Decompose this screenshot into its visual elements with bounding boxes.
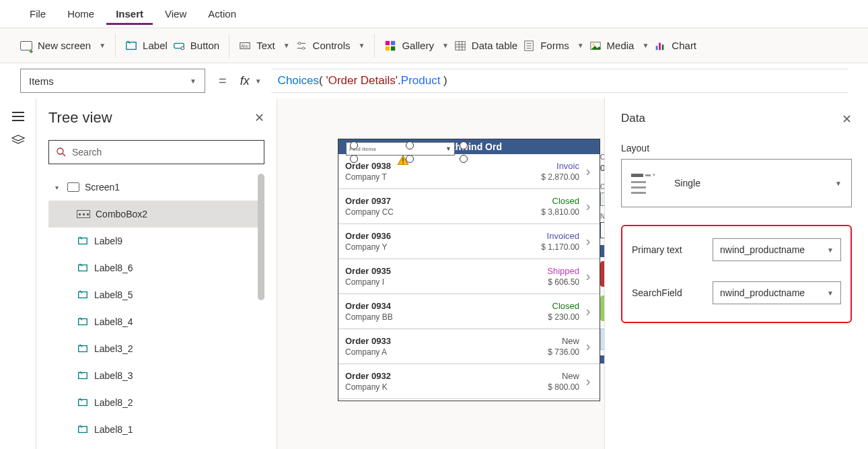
fx-button[interactable]: fx▼ xyxy=(240,74,262,88)
text-label: Text xyxy=(256,40,275,51)
svg-line-28 xyxy=(63,153,65,156)
layout-value: Single xyxy=(674,178,822,188)
close-icon[interactable]: ✕ xyxy=(842,112,852,127)
order-item[interactable]: Order 0933Company ANew$ 736.00› xyxy=(338,329,600,364)
chevron-down-icon: ▼ xyxy=(190,77,196,85)
chevron-right-icon: › xyxy=(579,374,597,389)
separator xyxy=(374,34,375,58)
order-amount: $ 606.50 xyxy=(532,277,579,287)
text-button[interactable]: Abc Text ▼ xyxy=(239,40,289,52)
order-amount: $ 3,810.00 xyxy=(532,207,579,217)
tree-item-label: Label8_4 xyxy=(94,316,133,327)
tree-view-title: Tree view xyxy=(48,109,112,127)
search-field-selector[interactable]: nwind_productname ▼ xyxy=(713,281,841,304)
forms-button[interactable]: Forms ▼ xyxy=(523,40,583,52)
order-item[interactable]: Order 0938Company TInvoic$ 2,870.00› xyxy=(338,154,600,189)
tree-label-row[interactable]: Label3_2 xyxy=(48,335,264,362)
svg-rect-9 xyxy=(386,40,390,44)
tree-label-row[interactable]: Label9 xyxy=(48,228,264,254)
order-item[interactable]: Order 0936Company YInvoiced$ 1,170.00› xyxy=(338,224,600,259)
chevron-down-icon: ▼ xyxy=(442,42,449,49)
svg-rect-30 xyxy=(79,265,87,271)
tree-item-label: Label8_1 xyxy=(94,424,133,435)
tree-label-row[interactable]: Label8_3 xyxy=(48,362,264,389)
layout-selector[interactable]: ▾ Single ▼ xyxy=(621,159,852,207)
label-icon xyxy=(77,262,89,274)
menu-insert[interactable]: Insert xyxy=(106,3,153,25)
order-item[interactable]: Order 0934Company BBClosed$ 230.00› xyxy=(338,294,600,329)
menu-view[interactable]: View xyxy=(155,3,196,25)
tree-label-row[interactable]: Label8_4 xyxy=(48,308,264,335)
order-item[interactable]: Order 0932Company KNew$ 800.00› xyxy=(338,364,600,399)
new-screen-button[interactable]: + New screen ▼ xyxy=(20,40,106,51)
selection-handle[interactable] xyxy=(350,155,358,163)
label-button[interactable]: Label xyxy=(125,40,168,52)
tree-screen-row[interactable]: ▾ Screen1 xyxy=(48,174,264,201)
svg-rect-11 xyxy=(386,46,390,50)
chevron-right-icon: › xyxy=(579,234,597,249)
controls-button[interactable]: Controls ▼ xyxy=(295,40,365,52)
order-status: New xyxy=(532,371,579,381)
selection-handle[interactable] xyxy=(406,141,414,149)
menu-action[interactable]: Action xyxy=(198,3,246,25)
chart-icon xyxy=(654,40,666,52)
label-icon xyxy=(77,235,89,247)
gallery-button[interactable]: Gallery ▼ xyxy=(384,40,448,52)
chevron-right-icon: › xyxy=(579,339,597,354)
label-text: Label xyxy=(143,40,168,51)
tree-label-row[interactable]: Label8_2 xyxy=(48,389,264,416)
order-number: Order 0936 xyxy=(345,231,532,241)
chevron-down-icon: ▼ xyxy=(445,145,451,152)
tree-label-row[interactable]: Label8_5 xyxy=(48,281,264,308)
tree-combobox-row[interactable]: ComboBox2 xyxy=(48,201,264,228)
selection-handle[interactable] xyxy=(350,141,358,149)
label-icon xyxy=(125,40,137,52)
data-table-button[interactable]: Data table xyxy=(454,40,517,52)
scrollbar[interactable] xyxy=(258,174,264,449)
formula-input[interactable]: Choices( 'Order Details'.Product ) xyxy=(271,69,848,93)
svg-text:!: ! xyxy=(402,158,404,165)
tree-label-row[interactable]: Label8_1 xyxy=(48,416,264,443)
selection-handle[interactable] xyxy=(460,155,468,163)
order-amount: $ 736.00 xyxy=(532,347,579,357)
button-button[interactable]: Button xyxy=(173,40,219,52)
property-selector[interactable]: Items ▼ xyxy=(20,69,205,93)
media-button[interactable]: Media ▼ xyxy=(589,40,649,52)
highlight-box: Primary text nwind_productname ▼ SearchF… xyxy=(621,225,852,323)
forms-icon xyxy=(523,40,535,52)
data-table-label: Data table xyxy=(472,40,517,51)
svg-rect-34 xyxy=(79,373,87,379)
primary-text-label: Primary text xyxy=(632,244,699,255)
order-number: Order 0935 xyxy=(345,266,532,276)
selection-handle[interactable] xyxy=(460,141,468,149)
tree-view-panel: Tree view ✕ Search ▾ Screen1 ComboBox2 L… xyxy=(36,98,277,449)
search-input[interactable]: Search xyxy=(48,140,264,164)
hamburger-icon[interactable] xyxy=(12,112,24,121)
chevron-right-icon: › xyxy=(579,199,597,214)
close-icon[interactable]: ✕ xyxy=(254,110,264,125)
chevron-down-icon: ▼ xyxy=(358,42,365,49)
label-icon xyxy=(77,396,89,409)
order-status: Closed xyxy=(532,196,579,206)
primary-text-selector[interactable]: nwind_productname ▼ xyxy=(713,238,841,261)
order-status: Invoiced xyxy=(532,231,579,241)
combobox-control[interactable]: Find items ▼ xyxy=(346,142,455,156)
controls-label: Controls xyxy=(313,40,351,51)
chevron-down-icon: ▼ xyxy=(283,42,290,49)
tree-item-label: Label8_5 xyxy=(94,289,133,300)
layout-thumb-icon: ▾ xyxy=(631,166,663,200)
menu-home[interactable]: Home xyxy=(58,3,104,25)
chevron-right-icon: › xyxy=(579,164,597,179)
tree-view-icon[interactable] xyxy=(11,135,25,145)
order-amount: $ 800.00 xyxy=(532,382,579,392)
svg-rect-24 xyxy=(656,46,658,50)
chart-button[interactable]: Chart xyxy=(654,40,696,52)
menu-file[interactable]: File xyxy=(20,3,55,25)
svg-rect-0 xyxy=(126,42,136,49)
chevron-down-icon: ▼ xyxy=(827,246,834,254)
order-item[interactable]: Order 0937Company CCClosed$ 3,810.00› xyxy=(338,189,600,224)
chevron-down-icon: ▼ xyxy=(642,42,649,49)
tree-label-row[interactable]: Label8_6 xyxy=(48,254,264,281)
order-item[interactable]: Order 0935Company IShipped$ 606.50› xyxy=(338,259,600,294)
order-company: Company K xyxy=(345,382,532,392)
